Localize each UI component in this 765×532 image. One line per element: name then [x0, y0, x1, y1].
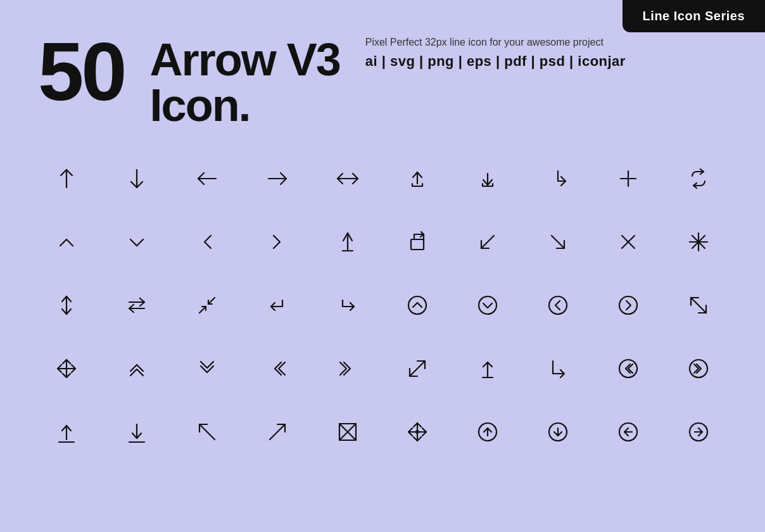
icon-circle-arrow-right: [663, 400, 733, 464]
svg-point-26: [619, 296, 637, 314]
icon-diagonal-down-left: [453, 210, 523, 274]
icon-arrow-turn-down-right: [523, 147, 593, 210]
svg-line-27: [691, 298, 706, 313]
icon-diagonal-up-left: [172, 400, 243, 464]
svg-point-23: [408, 296, 426, 314]
icon-upload-baseline: [32, 400, 102, 464]
icon-circle-chevron-down: [453, 274, 523, 337]
pixel-perfect-text: Pixel Perfect 32px line icon for your aw…: [365, 37, 626, 48]
svg-line-41: [270, 424, 285, 440]
icon-circle-arrow-up: [453, 400, 523, 464]
icon-upload-from-line: [453, 337, 523, 400]
icon-share-box: [382, 210, 453, 274]
svg-line-30: [410, 361, 425, 376]
icon-close-x: [593, 210, 663, 274]
formats-text: ai | svg | png | eps | pdf | psd | iconj…: [365, 53, 626, 70]
svg-line-22: [208, 298, 215, 304]
icon-move: [32, 337, 102, 400]
icon-return-right: [312, 274, 382, 337]
svg-point-25: [549, 296, 567, 314]
svg-line-40: [199, 424, 215, 440]
icon-circle-chevron-up: [382, 274, 453, 337]
icon-diagonal-down-right: [523, 210, 593, 274]
svg-line-12: [481, 236, 494, 248]
icon-double-up-arrow: [312, 210, 382, 274]
icon-circle-double-chevron-right: [663, 337, 733, 400]
icon-chevron-down: [102, 210, 172, 274]
icon-swap-arrows: [102, 274, 172, 337]
icon-circle-arrow-down: [523, 400, 593, 464]
svg-rect-11: [411, 239, 424, 250]
count-number: 50: [38, 30, 125, 113]
title-text: Arrow V3 Icon.: [150, 37, 340, 128]
icon-move-all-directions: [382, 400, 453, 464]
icon-corner-down-right: [523, 337, 593, 400]
icon-circle-arrow-left: [593, 400, 663, 464]
icon-arrow-left: [172, 147, 243, 210]
icon-download-baseline: [102, 400, 172, 464]
icon-chevron-right: [242, 210, 312, 274]
icon-chevron-up: [32, 210, 102, 274]
icon-circle-chevron-left: [523, 274, 593, 337]
line-icon-series-badge: Line Icon Series: [623, 0, 765, 32]
icon-chevron-left: [172, 210, 243, 274]
icon-double-chevron-right: [312, 337, 382, 400]
svg-point-24: [479, 296, 496, 314]
icon-upload: [382, 147, 453, 210]
icon-collapse-arrows: [663, 210, 733, 274]
icon-arrow-up: [32, 147, 102, 210]
icon-repeat: [663, 147, 733, 210]
icon-up-down-arrow: [32, 274, 102, 337]
subtitle-block: Pixel Perfect 32px line icon for your aw…: [365, 30, 626, 70]
icon-circle-double-chevron-left: [593, 337, 663, 400]
icons-grid: [0, 134, 765, 476]
icon-plus: [593, 147, 663, 210]
icon-circle-chevron-right: [593, 274, 663, 337]
svg-line-13: [552, 236, 564, 248]
svg-line-21: [199, 307, 206, 313]
icon-return-left: [242, 274, 312, 337]
icon-diagonal-expand-tl-br: [382, 337, 453, 400]
icon-double-chevron-left: [242, 337, 312, 400]
icon-arrow-down: [102, 147, 172, 210]
title-block: Arrow V3 Icon.: [150, 30, 340, 128]
icon-shrink-diagonal: [172, 274, 243, 337]
icon-arrow-right: [242, 147, 312, 210]
icon-double-chevron-down: [172, 337, 243, 400]
icon-double-chevron-up: [102, 337, 172, 400]
icon-diagonal-expand-br: [663, 274, 733, 337]
icon-download: [453, 147, 523, 210]
icon-fullscreen: [312, 400, 382, 464]
icon-arrow-bidirectional: [312, 147, 382, 210]
svg-point-47: [415, 430, 419, 434]
icon-diagonal-up-right: [242, 400, 312, 464]
